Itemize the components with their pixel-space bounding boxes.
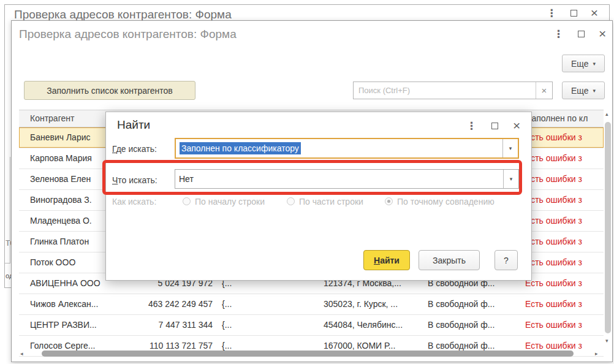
clear-icon: × <box>542 85 547 96</box>
vertical-scrollbar[interactable]: ▴ ▾ <box>604 110 613 361</box>
cell-status[interactable]: Есть ошибки з <box>525 299 582 309</box>
cell-inn[interactable]: 463 242 249 457 <box>93 299 213 309</box>
kebab-menu-icon[interactable]: ⋮ <box>553 29 564 39</box>
scroll-left-icon[interactable]: ◂ <box>20 351 23 357</box>
maximize-icon[interactable] <box>578 31 585 37</box>
cell-status[interactable]: Есть ошибки з <box>525 320 582 330</box>
window-title: Проверка адресов контрагентов: Форма <box>19 28 237 41</box>
radio-exact-match <box>385 197 393 205</box>
column-header-contragent[interactable]: Контрагент <box>30 113 74 123</box>
cell-brace[interactable]: {... <box>222 320 232 330</box>
cell-brace[interactable]: {... <box>222 299 232 309</box>
close-icon[interactable]: × <box>513 121 520 131</box>
maximize-icon[interactable] <box>491 123 498 129</box>
maximize-icon[interactable] <box>570 10 577 17</box>
cell-name[interactable]: Чижов Алексан... <box>30 299 98 309</box>
cell-form[interactable]: В свободной ф... <box>428 299 495 309</box>
kebab-menu-icon[interactable]: ⋮ <box>466 121 477 131</box>
radio-begins-with <box>183 197 191 205</box>
cell-name[interactable]: АВИЦЕННА ООО <box>30 278 100 288</box>
find-dialog: Найти ⋮ × Где искать: Заполнен по класси… <box>105 112 532 281</box>
selected-combo-text: Заполнен по классификатору <box>180 142 301 154</box>
background-panel-border <box>5 263 10 264</box>
where-search-combobox[interactable]: Заполнен по классификатору ▾ <box>175 138 519 159</box>
search-clear-button[interactable]: × <box>536 82 552 99</box>
cell-name[interactable]: Поток ООО <box>30 257 75 267</box>
close-button[interactable]: Закрыть <box>419 250 480 270</box>
cell-name[interactable]: ЦЕНТР РАЗВИ... <box>30 320 97 330</box>
cell-name[interactable]: Карпова Мария <box>30 153 92 163</box>
column-header-filled[interactable]: Заполнен по кл <box>526 113 588 123</box>
cell-name[interactable]: Зеленова Елен <box>30 174 91 184</box>
find-button[interactable]: Найти <box>363 250 410 270</box>
more-button-top[interactable]: Еще ▾ <box>562 55 605 72</box>
combo-text: Нет <box>179 174 194 184</box>
dialog-title: Найти <box>117 118 150 132</box>
radio-label-part-of-string: По части строки <box>299 197 363 207</box>
cell-status[interactable]: Есть ошибки з <box>525 153 582 163</box>
cell-status[interactable]: Есть ошибки з <box>525 132 582 142</box>
horizontal-scrollbar[interactable]: ◂ ▸ <box>19 349 604 358</box>
cell-address[interactable]: 305023, г. Курск, ... <box>324 299 398 309</box>
radio-label-exact-match: По точному совпадению <box>397 197 495 207</box>
more-button-toolbar[interactable]: Еще ▾ <box>562 82 605 99</box>
table-row[interactable]: ЦЕНТР РАЗВИ...7 447 311 344{...454084, Ч… <box>19 315 604 336</box>
chevron-down-icon: ▾ <box>593 61 596 67</box>
what-search-label: Что искать: <box>112 175 157 185</box>
background-window-title: Проверка адресов контрагентов: Форма <box>14 8 232 21</box>
horizontal-scroll-thumb[interactable] <box>42 351 574 357</box>
what-search-combobox[interactable]: Нет ▾ <box>175 169 519 189</box>
close-icon[interactable]: × <box>599 29 606 39</box>
chevron-down-icon: ▾ <box>510 176 513 182</box>
radio-label-begins-with: По началу строки <box>195 197 265 207</box>
fill-contragent-list-button[interactable]: Заполнить список контрагентов <box>24 81 195 100</box>
cell-status[interactable]: Есть ошибки з <box>525 195 582 205</box>
cell-name[interactable]: Виноградова З. <box>30 195 92 205</box>
scroll-down-icon[interactable]: ▾ <box>605 338 608 344</box>
cell-status[interactable]: Есть ошибки з <box>525 237 582 246</box>
radio-part-of-string <box>287 197 295 205</box>
search-input[interactable] <box>354 82 536 99</box>
combo-dropdown-button[interactable]: ▾ <box>503 170 518 188</box>
cell-name[interactable]: Глинка Платон <box>30 237 89 246</box>
cell-form[interactable]: В свободной ф... <box>428 320 495 330</box>
vertical-scroll-thumb[interactable] <box>605 122 611 333</box>
search-box: × <box>353 82 553 99</box>
how-search-label: Как искать: <box>112 197 156 207</box>
close-icon[interactable]: × <box>591 8 598 18</box>
cell-status[interactable]: Есть ошибки з <box>525 216 582 226</box>
table-row[interactable]: Чижов Алексан...463 242 249 457{...30502… <box>19 294 604 315</box>
cell-inn[interactable]: 7 447 311 344 <box>93 320 213 330</box>
help-button[interactable]: ? <box>495 250 518 270</box>
cell-name[interactable]: Баневич Ларис <box>30 132 91 142</box>
cell-status[interactable]: Есть ошибки з <box>525 174 582 184</box>
combo-dropdown-button[interactable]: ▾ <box>502 139 518 157</box>
chevron-down-icon: ▾ <box>509 145 512 151</box>
cell-address[interactable]: 454084, Челябинс... <box>324 320 403 330</box>
where-search-label: Где искать: <box>112 144 157 154</box>
chevron-down-icon: ▾ <box>593 88 596 94</box>
cell-status[interactable]: Есть ошибки з <box>525 257 582 267</box>
cell-name[interactable]: Младенцева О. <box>30 216 92 226</box>
cell-status[interactable]: Есть ошибки з <box>525 278 582 288</box>
scroll-right-icon[interactable]: ▸ <box>595 351 598 357</box>
scroll-up-icon[interactable]: ▴ <box>605 111 608 117</box>
kebab-menu-icon[interactable]: ⋮ <box>547 8 557 18</box>
